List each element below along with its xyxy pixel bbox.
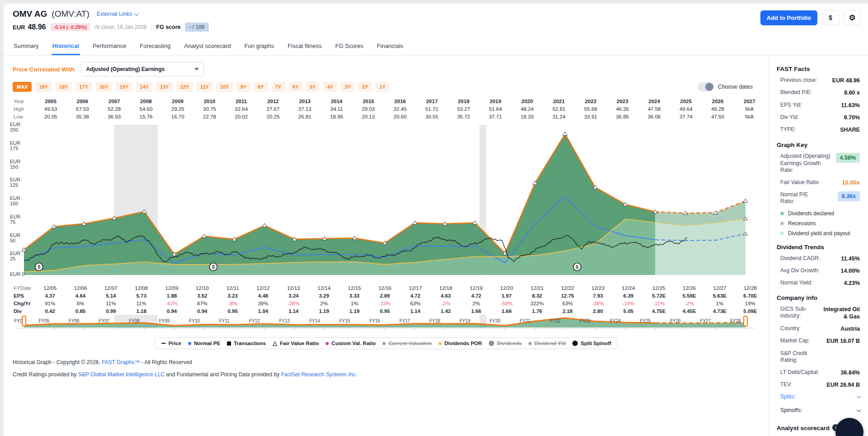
range-button-10y[interactable]: 10Y — [216, 82, 233, 92]
fydate-value: 12/23 — [583, 284, 613, 292]
chevron-down-icon — [857, 408, 861, 412]
range-button-max[interactable]: MAX — [13, 82, 32, 92]
eps-value: 4.64 — [65, 292, 95, 299]
range-button-3y[interactable]: 3Y — [340, 82, 354, 92]
price-change-badge: -0.14 ( -0.29%) — [51, 23, 90, 31]
range-button-5y[interactable]: 5Y — [306, 82, 320, 92]
year-value: 2022 — [575, 97, 606, 105]
normal-pe-row: Normal P/E Ratio: 8.36x — [780, 191, 860, 205]
legend-item-split-spinoff[interactable]: Split Spinoff — [572, 341, 611, 346]
svg-text:FY16: FY16 — [369, 318, 380, 323]
range-button-13y[interactable]: 13Y — [156, 82, 173, 92]
tab-analyst-scorecard[interactable]: Analyst scorecard — [183, 39, 231, 55]
sp-global-link[interactable]: S&P Global Market Intelligence LLC — [78, 371, 165, 378]
legend-item-transactions[interactable]: Transactions — [227, 341, 266, 346]
low-value: 20.60 — [384, 113, 416, 120]
low-value: 30.55 — [416, 113, 448, 120]
choose-dates-toggle[interactable] — [698, 82, 714, 91]
chg-yr-value: -58% — [491, 299, 522, 307]
legend-item-price[interactable]: Price — [161, 341, 181, 346]
range-button-2y[interactable]: 2Y — [358, 82, 372, 92]
fast-graphs-link[interactable]: FAST Graphs™ — [102, 359, 140, 365]
range-button-8y[interactable]: 8Y — [254, 82, 268, 92]
range-button-17y[interactable]: 17Y — [75, 82, 93, 92]
chg-yr-value: -38% — [583, 299, 613, 307]
range-button-18y[interactable]: 18Y — [55, 82, 72, 92]
choose-dates-label: Choose dates — [718, 84, 753, 90]
external-links-menu[interactable]: External Links — [97, 11, 138, 17]
high-value: 57.53 — [66, 105, 98, 113]
settings-button[interactable]: ⚙ — [844, 10, 861, 25]
add-to-portfolio-button[interactable]: Add to Portfolio — [760, 10, 817, 25]
svg-text:EUR: EUR — [10, 195, 20, 201]
dividend-trend-row-normal-yield: Normal Yield:4.23% — [780, 280, 860, 287]
range-button-11y[interactable]: 11Y — [196, 82, 213, 92]
svg-text:FY12: FY12 — [249, 318, 260, 323]
legend-item-fair-value-ratio[interactable]: △Fair Value Ratio — [273, 341, 319, 346]
timeline-scrubber[interactable]: FY04FY05FY06FY07FY08FY09FY10FY11FY12FY13… — [4, 315, 769, 333]
split-spinoff-icon — [572, 341, 578, 346]
tab-financials[interactable]: Financials — [376, 39, 405, 55]
svg-text:FY17: FY17 — [400, 318, 410, 323]
fast-fact-row-eps-yld: EPS Yld:11.63% — [780, 102, 860, 109]
high-value: 52.28 — [99, 105, 130, 113]
splits-row[interactable]: Splits: — [780, 393, 860, 400]
eps-div-table: FYDate12/0512/0612/0712/0812/0912/1012/1… — [10, 284, 765, 315]
dividend-trend-row-avg-div-growth: Avg Div Growth:14.00% — [780, 267, 860, 275]
currency-button[interactable]: $ — [822, 10, 839, 25]
range-button-7y[interactable]: 7Y — [271, 82, 285, 92]
svg-text:S: S — [212, 265, 215, 270]
tab-fiscal-fitness[interactable]: Fiscal fitness — [287, 39, 322, 55]
company-info-value: Austria — [840, 325, 860, 332]
scrubber-handle[interactable] — [744, 316, 747, 326]
range-button-15y[interactable]: 15Y — [116, 82, 133, 92]
range-button-12y[interactable]: 12Y — [176, 82, 193, 92]
fast-fact-row-type: TYPE:SHARE — [780, 126, 860, 133]
low-value: 26.81 — [289, 113, 321, 120]
price-chart[interactable]: SSSEUR200EUR175EUR150EUR125EUR100EUR75EU… — [4, 122, 769, 283]
company-info-label: TEV: — [780, 381, 792, 389]
legend-item-dividend-yld[interactable]: Dividend Yld — [528, 341, 566, 346]
range-button-4y[interactable]: 4Y — [323, 82, 337, 92]
factset-link[interactable]: FactSet Research Systems Inc — [281, 371, 355, 378]
tab-historical[interactable]: Historical — [52, 39, 80, 55]
legend-item-normal-pe[interactable]: Normal PE — [188, 341, 220, 346]
legend-label: Custom Val. Ratio — [331, 341, 376, 346]
spinoffs-row[interactable]: Spinoffs: — [780, 407, 860, 413]
range-button-14y[interactable]: 14Y — [136, 82, 153, 92]
company-info-row-s-p-credit-rating: S&P Credit Rating: — [780, 350, 860, 364]
year-value: 2007 — [99, 97, 130, 105]
year-value: 2018 — [448, 97, 479, 105]
chg-yr-value: -2% — [674, 299, 704, 307]
company-info-label: GICS Sub-industry: — [780, 306, 816, 320]
range-button-9y[interactable]: 9Y — [236, 82, 250, 92]
tab-performance[interactable]: Performance — [92, 39, 127, 55]
tab-forecasting[interactable]: Forecasting — [139, 39, 171, 55]
svg-text:EUR: EUR — [10, 251, 20, 256]
correlation-select[interactable]: Adjusted (Operating) Earnings — [81, 62, 204, 76]
div-value: 0.42 — [35, 307, 65, 315]
graph-key-dot-label: Recessions — [788, 220, 816, 227]
range-button-6y[interactable]: 6Y — [288, 82, 302, 92]
svg-text:FY13: FY13 — [279, 318, 290, 323]
timeline-scrubber-svg: FY04FY05FY06FY07FY08FY09FY10FY11FY12FY13… — [4, 315, 769, 331]
tab-summary[interactable]: Summary — [13, 39, 40, 55]
eps-value: 3.33 — [339, 292, 369, 299]
svg-text:FY28: FY28 — [730, 318, 741, 323]
range-button-19y[interactable]: 19Y — [35, 82, 52, 92]
svg-text:FY19: FY19 — [460, 318, 471, 323]
fydate-value: 12/06 — [65, 284, 95, 292]
legend-item-current-valuation[interactable]: Current Valuation — [382, 341, 432, 346]
scrubber-handle[interactable] — [22, 316, 26, 326]
svg-text:FY07: FY07 — [99, 318, 110, 323]
chg-yr-value: 1% — [339, 299, 369, 307]
tab-fun-graphs[interactable]: Fun graphs — [244, 39, 275, 55]
legend-item-dividends-por[interactable]: Dividends POR — [439, 341, 482, 346]
tab-fg-scores[interactable]: FG Scores — [334, 39, 364, 55]
high-label: High — [10, 105, 35, 113]
legend-item-custom-val-ratio[interactable]: Custom Val. Ratio — [326, 341, 376, 346]
range-button-1y[interactable]: 1Y — [375, 82, 389, 92]
legend-item-dividends[interactable]: Dividends — [489, 341, 522, 346]
range-button-16y[interactable]: 16Y — [95, 82, 113, 92]
eps-value: 4.63 — [430, 292, 461, 299]
